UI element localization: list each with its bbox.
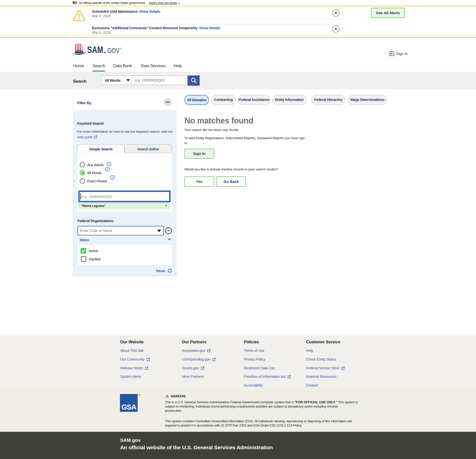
svg-text:GOV: GOV (107, 46, 120, 54)
svg-text:®: ® (120, 47, 122, 50)
svg-text:SAM: SAM (87, 45, 103, 55)
